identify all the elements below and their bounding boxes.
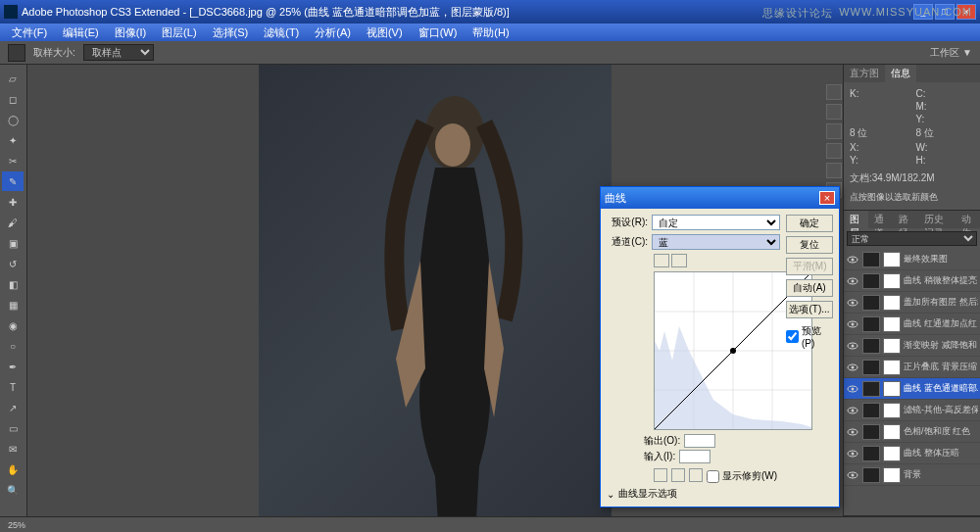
workspace-switcher[interactable]: 工作区 ▼ bbox=[930, 46, 972, 60]
menu-layer[interactable]: 图层(L) bbox=[154, 25, 204, 40]
visibility-icon[interactable] bbox=[846, 425, 859, 439]
info-c-label: C: bbox=[916, 88, 926, 99]
black-point-icon[interactable] bbox=[654, 468, 667, 482]
heal-tool[interactable]: ✚ bbox=[2, 192, 24, 212]
visibility-icon[interactable] bbox=[846, 447, 859, 460]
layer-row[interactable]: 盖加所有图层 然后精修质感 bbox=[844, 292, 980, 314]
visibility-icon[interactable] bbox=[846, 382, 859, 396]
zoom-level[interactable]: 25% bbox=[8, 520, 25, 530]
channels-tab[interactable]: 通道 bbox=[868, 211, 893, 228]
dialog-close-button[interactable]: × bbox=[819, 191, 835, 205]
visibility-icon[interactable] bbox=[846, 274, 859, 288]
ok-button[interactable]: 确定 bbox=[786, 215, 833, 232]
visibility-icon[interactable] bbox=[846, 361, 859, 374]
preview-checkbox[interactable] bbox=[786, 330, 799, 343]
menu-window[interactable]: 窗口(W) bbox=[411, 25, 466, 40]
show-clip-label: 显示修剪(W) bbox=[722, 469, 777, 483]
layer-thumb bbox=[862, 446, 880, 461]
curve-mode-icon[interactable] bbox=[654, 254, 669, 267]
eraser-tool[interactable]: ◧ bbox=[2, 274, 24, 294]
blend-mode-select[interactable]: 正常 bbox=[847, 231, 977, 246]
layer-row[interactable]: 滤镜-其他-高反差保留-参数... bbox=[844, 400, 980, 421]
crop-tool[interactable]: ✂ bbox=[2, 151, 24, 170]
layer-row[interactable]: 色相/饱和度 红色 bbox=[844, 421, 980, 443]
options-button[interactable]: 选项(T)... bbox=[786, 301, 833, 318]
output-field[interactable] bbox=[684, 434, 715, 448]
notes-tool[interactable]: ✉ bbox=[2, 439, 24, 459]
zoom-tool[interactable]: 🔍 bbox=[2, 480, 24, 500]
show-clip-checkbox[interactable] bbox=[707, 470, 719, 483]
eyedropper-tool[interactable]: ✎ bbox=[2, 171, 24, 191]
pen-tool[interactable]: ✒ bbox=[2, 357, 24, 376]
styles-icon[interactable] bbox=[826, 143, 842, 159]
smooth-button[interactable]: 平滑(M) bbox=[786, 258, 833, 275]
swatches-icon[interactable] bbox=[826, 123, 842, 139]
layers-list: 最终效果图曲线 稍微整体提亮盖加所有图层 然后精修质感曲线 红通道加点红渐变映射… bbox=[844, 249, 980, 500]
wand-tool[interactable]: ✦ bbox=[2, 130, 24, 150]
visibility-icon[interactable] bbox=[846, 468, 859, 482]
visibility-icon[interactable] bbox=[846, 404, 859, 417]
gray-point-icon[interactable] bbox=[671, 468, 685, 482]
menu-help[interactable]: 帮助(H) bbox=[465, 25, 516, 40]
shape-tool[interactable]: ▭ bbox=[2, 418, 24, 438]
menu-analysis[interactable]: 分析(A) bbox=[307, 25, 359, 40]
layer-row[interactable]: 曲线 蓝色通道暗部... bbox=[844, 378, 980, 400]
output-label: 输出(O): bbox=[644, 434, 680, 448]
info-tab[interactable]: 信息 bbox=[885, 65, 916, 82]
menu-filter[interactable]: 滤镜(T) bbox=[256, 25, 307, 40]
color-icon[interactable] bbox=[826, 104, 842, 120]
channel-select[interactable]: 蓝 bbox=[652, 234, 780, 250]
auto-button[interactable]: 自动(A) bbox=[786, 279, 833, 297]
hand-tool[interactable]: ✋ bbox=[2, 459, 24, 479]
svg-point-15 bbox=[852, 387, 855, 390]
toolbox: ▱ ◻ ◯ ✦ ✂ ✎ ✚ 🖌 ▣ ↺ ◧ ▦ ◉ ○ ✒ T ↗ ▭ ✉ ✋ … bbox=[0, 65, 27, 516]
histogram-tab[interactable]: 直方图 bbox=[844, 65, 885, 82]
svg-point-7 bbox=[852, 301, 855, 304]
curve-display-options[interactable]: ⌄曲线显示选项 bbox=[607, 487, 780, 501]
visibility-icon[interactable] bbox=[846, 253, 859, 266]
type-tool[interactable]: T bbox=[2, 377, 24, 397]
gradient-tool[interactable]: ▦ bbox=[2, 295, 24, 314]
history-brush-tool[interactable]: ↺ bbox=[2, 254, 24, 273]
stamp-tool[interactable]: ▣ bbox=[2, 233, 24, 253]
layer-row[interactable]: 最终效果图 bbox=[844, 249, 980, 270]
white-point-icon[interactable] bbox=[689, 468, 703, 482]
paths-tab[interactable]: 路径 bbox=[893, 211, 917, 228]
visibility-icon[interactable] bbox=[846, 339, 859, 353]
marquee-tool[interactable]: ◻ bbox=[2, 89, 24, 109]
eyedropper-tool-icon[interactable] bbox=[8, 44, 25, 62]
layer-row[interactable]: 曲线 整体压暗 bbox=[844, 443, 980, 464]
lasso-tool[interactable]: ◯ bbox=[2, 110, 24, 129]
visibility-icon[interactable] bbox=[846, 296, 859, 310]
layer-name: 滤镜-其他-高反差保留-参数... bbox=[904, 404, 978, 416]
document-canvas[interactable] bbox=[259, 65, 612, 516]
menu-image[interactable]: 图像(I) bbox=[107, 25, 154, 40]
layer-row[interactable]: 曲线 红通道加点红 bbox=[844, 314, 980, 335]
layer-row[interactable]: 渐变映射 减降饱和 bbox=[844, 335, 980, 357]
info-y-label: Y: bbox=[916, 114, 925, 124]
cancel-button[interactable]: 复位 bbox=[786, 236, 833, 254]
blur-tool[interactable]: ◉ bbox=[2, 315, 24, 335]
menu-view[interactable]: 视图(V) bbox=[359, 25, 411, 40]
menu-edit[interactable]: 编辑(E) bbox=[55, 25, 107, 40]
layers-tab[interactable]: 图层 bbox=[844, 211, 868, 228]
pencil-mode-icon[interactable] bbox=[671, 254, 687, 267]
layer-row[interactable]: 曲线 稍微整体提亮 bbox=[844, 270, 980, 292]
dodge-tool[interactable]: ○ bbox=[2, 336, 24, 356]
layer-row[interactable]: 背景 bbox=[844, 464, 980, 486]
history-tab[interactable]: 历史记录 bbox=[918, 211, 956, 228]
layer-thumb bbox=[862, 316, 880, 332]
brush-tool[interactable]: 🖌 bbox=[2, 213, 24, 232]
path-tool[interactable]: ↗ bbox=[2, 398, 24, 417]
brushes-icon[interactable] bbox=[826, 163, 842, 178]
menu-select[interactable]: 选择(S) bbox=[205, 25, 257, 40]
input-field[interactable] bbox=[679, 450, 710, 463]
menu-file[interactable]: 文件(F) bbox=[4, 25, 55, 40]
preset-select[interactable]: 自定 bbox=[652, 215, 780, 230]
layer-row[interactable]: 正片叠底 背景压缩 bbox=[844, 357, 980, 378]
visibility-icon[interactable] bbox=[846, 317, 859, 331]
move-tool[interactable]: ▱ bbox=[2, 69, 24, 88]
actions-tab[interactable]: 动作 bbox=[956, 211, 980, 228]
sample-size-select[interactable]: 取样点 bbox=[83, 44, 154, 61]
navigator-icon[interactable] bbox=[826, 84, 842, 100]
